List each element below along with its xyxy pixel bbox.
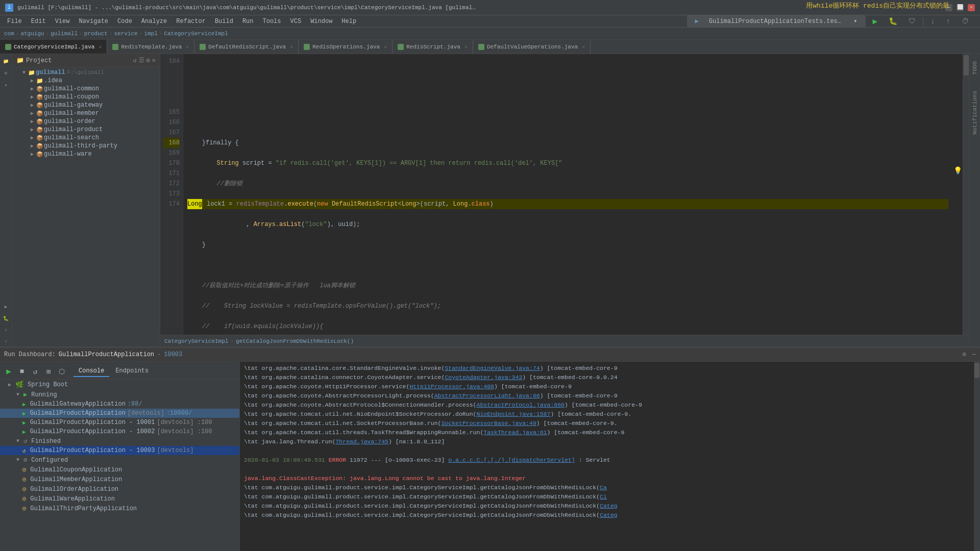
menu-vcs[interactable]: VCS xyxy=(286,17,306,26)
tab-redis-operations[interactable]: RedisOperations.java ✕ xyxy=(299,40,393,54)
menu-tools[interactable]: Tools xyxy=(259,17,285,26)
run-item-product-10000[interactable]: ▶ GulimallProductApplication [devtools] … xyxy=(0,409,239,418)
tab-default-redis-script[interactable]: DefaultRedisScript.java ✕ xyxy=(194,40,299,54)
close-button[interactable]: ✕ xyxy=(968,4,975,11)
console-link-4[interactable]: AbstractProcessorLight.java:66 xyxy=(434,392,540,399)
console-link-dispatcher[interactable]: o.a.c.c.C.[.[./].[dispatcherServlet] xyxy=(448,457,575,463)
tree-item-idea[interactable]: ▶ 📁 .idea xyxy=(12,77,160,85)
console-link-cat4[interactable]: Categ xyxy=(600,512,618,518)
console-link-cat1[interactable]: Ca xyxy=(600,484,607,491)
debug-button[interactable]: 🐛 xyxy=(885,16,901,27)
console-output[interactable]: \tat org.apache.catalina.core.StandardEn… xyxy=(240,362,974,551)
tab-close-redis-script[interactable]: ✕ xyxy=(464,44,468,50)
vcs-update-button[interactable]: ↓ xyxy=(926,16,939,27)
console-tab[interactable]: Console xyxy=(74,366,109,377)
menu-code[interactable]: Code xyxy=(113,17,136,26)
tab-category-service-impl[interactable]: CategoryServiceImpl.java ✕ xyxy=(0,40,107,54)
services-button[interactable]: ⚡ xyxy=(1,325,11,335)
tree-item-gateway[interactable]: ▶ 📦 gulimall-gateway xyxy=(12,101,160,109)
console-link-1[interactable]: StandardEngineValve.java:74 xyxy=(445,365,540,371)
menu-file[interactable]: File xyxy=(3,17,26,26)
tab-redis-template[interactable]: RedisTemplate.java ✕ xyxy=(107,40,194,54)
tree-root-gulimall[interactable]: ▼ 📁 gulimall F:\gulimall xyxy=(12,68,160,77)
console-link-3[interactable]: Http11Processor.java:408 xyxy=(409,383,494,390)
breadcrumb-item-impl[interactable]: impl xyxy=(144,31,157,37)
tab-close-redis[interactable]: ✕ xyxy=(186,44,189,50)
tree-item-third-party[interactable]: ▶ 📦 gulimall-third-party xyxy=(12,142,160,150)
run-finished-section[interactable]: ▼ ↺ Finished xyxy=(0,436,239,446)
right-panel-notifications[interactable]: Notifications xyxy=(972,88,978,138)
tree-item-search[interactable]: ▶ 📦 gulimall-search xyxy=(12,134,160,142)
run-dashboard-settings-icon[interactable]: ⚙ xyxy=(963,350,966,358)
favorites-button[interactable]: ★ xyxy=(1,80,11,90)
lightbulb-icon[interactable]: 💡 xyxy=(953,166,962,175)
console-link-9[interactable]: Thread.java:745 xyxy=(335,438,388,445)
tree-item-common[interactable]: ▶ 📦 gulimall-common xyxy=(12,85,160,93)
tree-item-order[interactable]: ▶ 📦 gulimall-order xyxy=(12,117,160,126)
run-springboot-section[interactable]: ▶ 🌿 Spring Boot xyxy=(0,380,239,390)
tab-default-value-ops[interactable]: DefaultValueOperations.java ✕ xyxy=(473,40,591,54)
project-sync-icon[interactable]: ↺ xyxy=(133,57,136,64)
run-item-third-party-app[interactable]: ◎ GulimallThirdPartyApplication xyxy=(0,504,239,513)
run-item-product-10001[interactable]: ▶ GulimallProductApplication - 10001 [de… xyxy=(0,418,239,427)
run-configured-section[interactable]: ▼ ⚙ Configured xyxy=(0,455,239,465)
tab-close-default-val[interactable]: ✕ xyxy=(582,44,585,50)
console-link-7[interactable]: SocketProcessorBase.java:49 xyxy=(441,420,536,427)
project-close-icon[interactable]: ✕ xyxy=(152,57,156,64)
editor-scrollbar[interactable] xyxy=(963,54,969,335)
console-link-cat3[interactable]: Categ xyxy=(600,503,618,509)
project-settings-icon[interactable]: ⚙ xyxy=(146,57,150,64)
menu-window[interactable]: Window xyxy=(306,17,336,26)
tree-item-ware[interactable]: ▶ 📦 gulimall-ware xyxy=(12,150,160,158)
run-rerun-button[interactable]: ↺ xyxy=(30,366,41,377)
console-link-5[interactable]: AbstractProtocol.java:860 xyxy=(476,402,565,408)
run-stop-button[interactable]: ■ xyxy=(16,366,28,377)
menu-edit[interactable]: Edit xyxy=(27,17,50,26)
tree-item-member[interactable]: ▶ 📦 gulimall-member xyxy=(12,109,160,117)
project-view-button[interactable]: 📁 xyxy=(1,56,11,66)
run-tool-button[interactable]: ▶ xyxy=(1,302,11,312)
run-item-gateway[interactable]: ▶ GulimallGatewayApplication :88/ xyxy=(0,399,239,409)
run-config-dropdown[interactable]: ▶ GulimallProductApplicationTests.testst… xyxy=(687,15,866,27)
right-panel-todo[interactable]: TODO xyxy=(972,58,978,78)
breadcrumb-item-class[interactable]: CategoryServiceImpl xyxy=(164,31,228,37)
tab-redis-script[interactable]: RedisScript.java ✕ xyxy=(393,40,473,54)
editor-breadcrumb-method[interactable]: getCatalogJsonFromDbWithRedisLock() xyxy=(236,338,354,344)
console-link-6[interactable]: NioEndpoint.java:1587 xyxy=(476,411,550,417)
menu-help[interactable]: Help xyxy=(337,17,360,26)
run-item-member-app[interactable]: ◎ GulimallMemberApplication xyxy=(0,474,239,484)
menu-analyze[interactable]: Analyze xyxy=(137,17,171,26)
tab-close-default-script[interactable]: ✕ xyxy=(290,44,293,50)
editor-breadcrumb-class[interactable]: CategoryServiceImpl xyxy=(164,338,228,344)
structure-button[interactable]: ⚙ xyxy=(1,68,11,78)
run-filter-button[interactable]: ⬡ xyxy=(56,366,67,377)
debug-tool-button[interactable]: 🐛 xyxy=(1,313,11,323)
run-dashboard-minimize-icon[interactable]: — xyxy=(972,351,976,358)
maximize-button[interactable]: ⬜ xyxy=(957,4,964,11)
console-link-2[interactable]: CoyoteAdapter.java:343 xyxy=(445,374,522,381)
vcs-push-button[interactable]: ↑ xyxy=(942,16,954,27)
run-item-order-app[interactable]: ◎ GulimallOrderApplication xyxy=(0,484,239,494)
tab-close-redis-ops[interactable]: ✕ xyxy=(384,44,387,50)
code-text[interactable]: }finally { String script = "if redis.cal… xyxy=(183,54,952,335)
menu-run[interactable]: Run xyxy=(238,17,258,26)
project-layout-icon[interactable]: ☰ xyxy=(139,57,144,64)
breadcrumb-item-product[interactable]: product xyxy=(84,31,108,37)
console-scrollbar[interactable] xyxy=(974,362,980,551)
run-item-ware-app[interactable]: ◎ GulimallWareApplication xyxy=(0,494,239,504)
menu-build[interactable]: Build xyxy=(211,17,237,26)
window-controls[interactable]: — ⬜ ✕ xyxy=(945,4,975,11)
breadcrumb-item-gulimall[interactable]: gulimall xyxy=(51,31,78,37)
run-button[interactable]: ▶ xyxy=(869,15,882,28)
breadcrumb-item-service[interactable]: service xyxy=(114,31,138,37)
console-link-cat2[interactable]: Ci xyxy=(600,493,607,500)
menu-refactor[interactable]: Refactor xyxy=(172,17,210,26)
menu-navigate[interactable]: Navigate xyxy=(75,17,112,26)
endpoints-tab[interactable]: Endpoints xyxy=(110,366,154,377)
run-item-product-10002[interactable]: ▶ GulimallProductApplication - 10002 [de… xyxy=(0,427,239,436)
menu-view[interactable]: View xyxy=(51,17,74,26)
run-item-coupon[interactable]: ◎ GulimallCouponApplication xyxy=(0,465,239,474)
breadcrumb-item-atguigu[interactable]: atguigu xyxy=(20,31,44,37)
tree-item-coupon[interactable]: ▶ 📦 gulimall-coupon xyxy=(12,93,160,101)
coverage-button[interactable]: 🛡 xyxy=(904,16,920,27)
